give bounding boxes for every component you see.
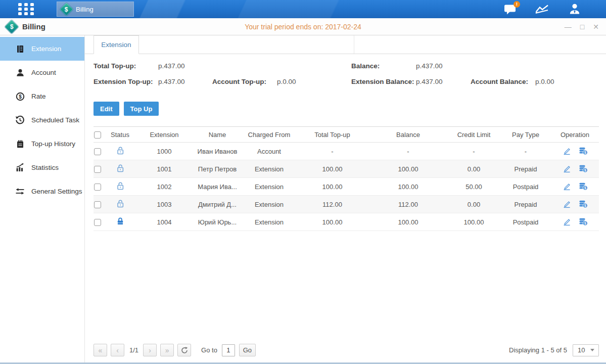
page-indicator: 1/1 [129, 346, 138, 354]
table-row[interactable]: 1001 Петр Петров Extension 100.00 100.00… [94, 160, 599, 178]
last-page-button[interactable]: » [160, 344, 174, 356]
edit-button[interactable]: Edit [94, 102, 119, 116]
extension-balance-value: p.437.00 [416, 78, 443, 85]
next-page-button[interactable]: › [143, 344, 157, 356]
sidebar-item-general-settings[interactable]: General Settings [0, 179, 84, 203]
edit-icon[interactable] [563, 165, 571, 173]
name-cell: Петр Петров [192, 165, 243, 173]
action-buttons: Edit Top Up [94, 102, 606, 116]
status-lock-icon[interactable] [116, 146, 124, 155]
extension-topup-value: p.437.00 [158, 78, 185, 85]
pay-type-cell: - [500, 148, 551, 155]
row-checkbox[interactable] [94, 184, 101, 191]
top-up-icon[interactable]: $ [579, 200, 588, 208]
row-checkbox[interactable] [94, 148, 101, 155]
table-row[interactable]: 1002 Мария Ива... Extension 100.00 100.0… [94, 178, 599, 196]
window-controls: — □ ✕ [565, 18, 599, 35]
balance-cell: 100.00 [369, 183, 447, 191]
total-topup-cell: 100.00 [296, 165, 369, 173]
balance-cell: 112.00 [369, 201, 447, 208]
statistics-icon [15, 163, 25, 172]
extension-topup-label: Extension Top-up: [94, 78, 158, 85]
edit-icon[interactable] [563, 183, 571, 191]
edit-icon[interactable] [563, 200, 571, 208]
credit-limit-cell: 0.00 [447, 165, 500, 173]
edit-icon[interactable] [563, 218, 571, 226]
pay-type-cell: Prepaid [500, 201, 551, 208]
close-button[interactable]: ✕ [593, 23, 599, 30]
top-up-icon[interactable]: $ [579, 147, 588, 155]
name-cell: Юрий Юрь... [192, 218, 243, 226]
page-title: Billing [22, 22, 45, 31]
balance-cell: 100.00 [369, 165, 447, 173]
col-pay-type: Pay Type [500, 131, 551, 139]
extension-icon [15, 44, 25, 54]
sidebar-item-label: General Settings [31, 188, 82, 195]
window-titlebar: $ Billing Your trial period ends on: 201… [0, 18, 606, 35]
edit-icon[interactable] [563, 147, 571, 155]
first-page-button[interactable]: « [94, 344, 107, 356]
extension-table: Status Extension Name Charged From Total… [94, 126, 599, 231]
sidebar-item-account[interactable]: Account [0, 61, 84, 84]
top-up-icon[interactable]: $ [579, 218, 588, 226]
svg-text:$: $ [584, 186, 586, 190]
sidebar-item-extension[interactable]: Extension [0, 37, 84, 61]
taskbar-tab-label: Billing [76, 6, 94, 13]
table-row[interactable]: 1004 Юрий Юрь... Extension 100.00 100.00… [94, 213, 599, 231]
balance-summary: Total Top-up: p.437.00 Balance: p.437.00… [85, 61, 606, 94]
total-topup-cell: - [296, 148, 369, 155]
scheduled-task-icon [15, 115, 25, 125]
top-up-icon[interactable]: $ [579, 183, 588, 191]
sidebar-item-topup-history[interactable]: Top-up History [0, 132, 84, 156]
prev-page-button[interactable]: ‹ [111, 344, 124, 356]
top-up-icon[interactable]: $ [579, 165, 588, 173]
svg-text:$: $ [584, 151, 586, 155]
col-balance: Balance [369, 131, 447, 139]
goto-page-input[interactable] [222, 344, 235, 356]
app-grid-icon[interactable] [18, 3, 35, 16]
pay-type-cell: Prepaid [500, 165, 551, 173]
select-all-checkbox[interactable] [94, 131, 101, 139]
account-balance-value: p.0.00 [535, 78, 554, 85]
taskbar-billing-tab[interactable]: $ Billing [57, 2, 134, 17]
trial-notice: Your trial period ends on: 2017-02-24 [152, 23, 454, 31]
go-button[interactable]: Go [239, 344, 256, 356]
sidebar-item-statistics[interactable]: Statistics [0, 156, 84, 179]
status-lock-icon[interactable] [116, 164, 124, 172]
sidebar-item-label: Rate [31, 93, 46, 100]
charged-from-cell: Extension [243, 183, 296, 191]
messages-icon[interactable]: ! [503, 3, 517, 15]
refresh-button[interactable] [177, 344, 191, 356]
resource-monitor-icon[interactable] [535, 3, 549, 15]
row-checkbox[interactable] [94, 201, 101, 208]
page-size-select[interactable]: 10 [573, 344, 599, 356]
status-lock-icon[interactable] [116, 181, 124, 190]
table-row[interactable]: 1003 Дмитрий Д... Extension 112.00 112.0… [94, 196, 599, 213]
account-topup-value: p.0.00 [277, 78, 296, 85]
sidebar-item-scheduled-task[interactable]: Scheduled Task [0, 108, 84, 132]
table-row[interactable]: 1000 Иван Иванов Account - - - - $ [94, 143, 599, 160]
name-cell: Иван Иванов [192, 148, 243, 155]
status-lock-icon[interactable] [116, 217, 124, 225]
notification-badge: ! [514, 1, 520, 8]
user-icon[interactable] [568, 3, 582, 15]
extension-cell: 1001 [136, 165, 192, 173]
total-topup-label: Total Top-up: [94, 62, 158, 70]
balance-cell: - [369, 148, 447, 155]
sidebar-item-rate[interactable]: $ Rate [0, 84, 84, 108]
top-up-button[interactable]: Top Up [124, 102, 159, 116]
tab-divider [354, 35, 354, 54]
minimize-button[interactable]: — [565, 23, 572, 30]
row-checkbox[interactable] [94, 219, 101, 226]
extension-cell: 1000 [136, 148, 192, 155]
svg-text:$: $ [584, 204, 586, 208]
maximize-button[interactable]: □ [580, 23, 584, 30]
col-status: Status [104, 131, 136, 139]
account-balance-label: Account Balance: [471, 78, 535, 85]
row-checkbox[interactable] [94, 166, 101, 173]
status-lock-icon[interactable] [116, 199, 124, 208]
billing-window: $ Billing ! [0, 0, 606, 364]
extension-cell: 1003 [136, 201, 192, 208]
tab-extension[interactable]: Extension [94, 35, 139, 54]
tab-strip: Extension [85, 35, 606, 54]
